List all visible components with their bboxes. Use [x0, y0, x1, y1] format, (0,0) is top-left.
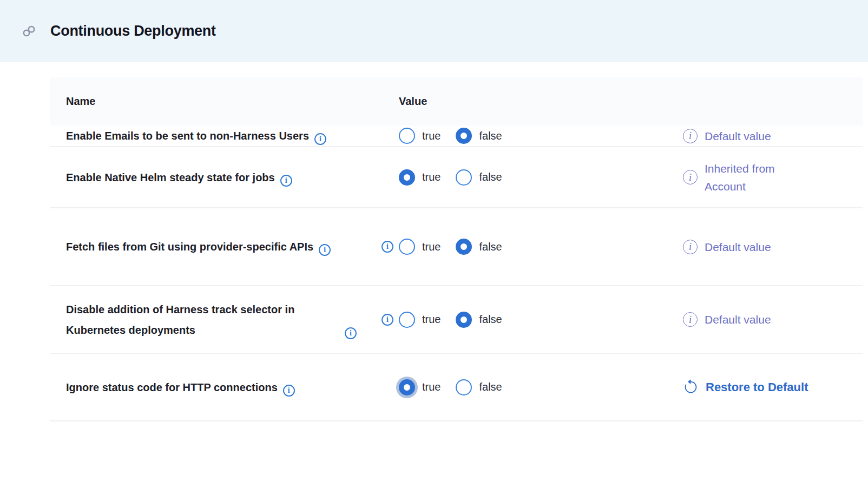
setting-name: Ignore status code for HTTP connections — [66, 381, 278, 393]
radio-label: true — [422, 381, 440, 393]
radio-button[interactable] — [399, 169, 415, 186]
link-icon[interactable] — [22, 24, 36, 38]
radio-button[interactable] — [456, 379, 472, 395]
setting-name: Enable Native Helm steady state for jobs — [66, 172, 275, 183]
radio-option-false[interactable]: false — [456, 379, 502, 395]
table-row: Fetch files from Git using provider-spec… — [50, 208, 863, 286]
radio-label: true — [422, 313, 440, 326]
radio-option-false[interactable]: false — [456, 128, 502, 144]
radio-button[interactable] — [456, 169, 472, 186]
page-title: Continuous Deployment — [50, 23, 216, 39]
radio-label: false — [479, 130, 502, 142]
setting-status: i Inherited from Account — [683, 160, 863, 195]
info-icon[interactable]: i — [683, 170, 698, 184]
radio-label: true — [422, 130, 440, 142]
radio-label: true — [422, 241, 440, 253]
status-label[interactable]: Default value — [705, 127, 771, 145]
value-info-slot: i — [382, 241, 399, 253]
setting-name: Enable Emails to be sent to non-Harness … — [66, 130, 309, 142]
status-label[interactable]: Default value — [705, 238, 771, 256]
info-icon[interactable]: i — [382, 314, 393, 326]
column-header-value: Value — [399, 95, 683, 108]
info-icon[interactable]: i — [345, 327, 357, 339]
setting-name-cell: Enable Native Helm steady state for jobs… — [66, 167, 382, 188]
status-label[interactable]: Default value — [705, 311, 771, 328]
settings-table: Name Value Enable Emails to be sent to n… — [50, 77, 863, 421]
setting-status: i Default value — [683, 127, 863, 145]
radio-button[interactable] — [456, 239, 472, 255]
section-header: Continuous Deployment — [0, 0, 868, 62]
setting-name-cell: Fetch files from Git using provider-spec… — [66, 236, 382, 257]
radio-label: false — [479, 241, 502, 253]
table-row: Enable Emails to be sent to non-Harness … — [50, 126, 863, 147]
radio-option-false[interactable]: false — [456, 312, 502, 328]
status-label[interactable]: Restore to Default — [706, 378, 808, 396]
radio-label: false — [479, 171, 502, 183]
setting-status: i Restore to Default — [683, 378, 863, 396]
table-header: Name Value — [50, 77, 863, 126]
info-icon[interactable]: i — [382, 241, 393, 253]
radio-option-true[interactable]: true — [399, 379, 440, 395]
setting-value-cell: i true false — [382, 379, 683, 395]
radio-option-true[interactable]: true — [399, 169, 440, 186]
column-header-name: Name — [66, 95, 382, 108]
setting-value-cell: i true false — [382, 128, 683, 144]
radio-option-false[interactable]: false — [456, 169, 502, 186]
info-icon[interactable]: i — [319, 244, 331, 256]
radio-button[interactable] — [399, 312, 415, 328]
radio-label: true — [422, 171, 440, 183]
radio-label: false — [479, 313, 502, 326]
radio-button[interactable] — [456, 312, 472, 328]
restore-icon — [683, 379, 699, 395]
radio-label: false — [479, 381, 502, 393]
radio-option-true[interactable]: true — [399, 128, 440, 144]
radio-option-true[interactable]: true — [399, 239, 440, 255]
setting-name-cell: Enable Emails to be sent to non-Harness … — [66, 126, 382, 146]
radio-option-false[interactable]: false — [456, 239, 502, 255]
info-icon[interactable]: i — [683, 240, 698, 254]
info-icon[interactable]: i — [683, 129, 698, 143]
setting-value-cell: i true false — [382, 239, 683, 255]
info-icon[interactable]: i — [683, 312, 698, 327]
info-icon[interactable]: i — [280, 175, 292, 187]
setting-name: Disable addition of Harness track select… — [66, 299, 339, 340]
status-label[interactable]: Inherited from Account — [705, 160, 816, 195]
radio-button[interactable] — [399, 379, 415, 395]
table-row: Enable Native Helm steady state for jobs… — [50, 147, 863, 208]
info-icon[interactable]: i — [314, 133, 326, 145]
table-row: Ignore status code for HTTP connectionsi… — [50, 354, 863, 421]
setting-value-cell: i true false — [382, 169, 683, 186]
setting-value-cell: i true false — [382, 312, 683, 328]
setting-name-cell: Ignore status code for HTTP connectionsi — [66, 377, 382, 398]
radio-option-true[interactable]: true — [399, 312, 440, 328]
value-info-slot: i — [382, 314, 399, 326]
table-row: Disable addition of Harness track select… — [50, 286, 863, 354]
radio-button[interactable] — [399, 239, 415, 255]
setting-status: i Default value — [683, 238, 863, 256]
radio-button[interactable] — [456, 128, 472, 144]
info-icon[interactable]: i — [283, 385, 295, 397]
setting-status: i Default value — [683, 311, 863, 328]
table-body: Enable Emails to be sent to non-Harness … — [50, 126, 863, 421]
setting-name-cell: Disable addition of Harness track select… — [66, 299, 382, 340]
radio-button[interactable] — [399, 128, 415, 144]
setting-name: Fetch files from Git using provider-spec… — [66, 236, 313, 257]
